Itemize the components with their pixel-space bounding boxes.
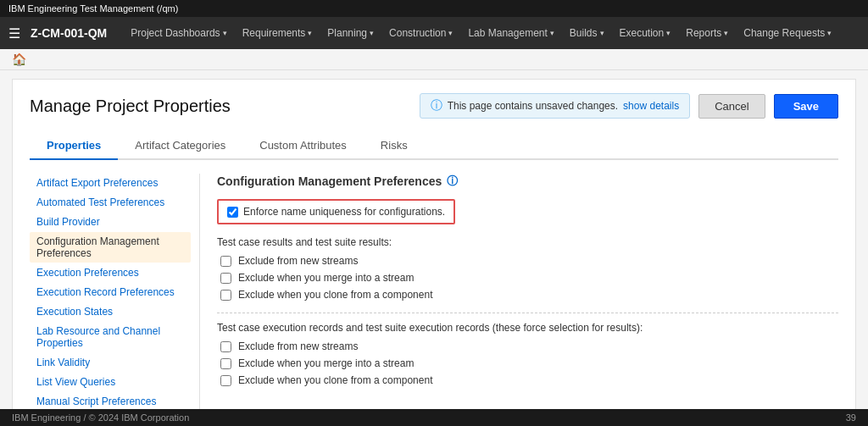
header-right: ⓘ This page contains unsaved changes. sh… [420, 93, 838, 119]
main-content: Manage Project Properties ⓘ This page co… [12, 79, 856, 426]
save-button[interactable]: Save [774, 94, 838, 119]
show-details-link[interactable]: show details [623, 100, 679, 112]
sidebar-nav: Artifact Export PreferencesAutomated Tes… [30, 174, 199, 426]
tabs: PropertiesArtifact CategoriesCustom Attr… [30, 132, 838, 160]
list-item: Exclude when you merge into a stream [217, 357, 838, 369]
section-title-text: Configuration Management Preferences [217, 174, 442, 188]
content-layout: Artifact Export PreferencesAutomated Tes… [30, 174, 838, 426]
checkbox-label-exec-0[interactable]: Exclude from new streams [238, 340, 358, 352]
chevron-down-icon: ▾ [370, 29, 374, 37]
sidebar-item-execution-record-preferences[interactable]: Execution Record Preferences [30, 283, 191, 302]
hamburger-icon[interactable]: ☰ [8, 25, 20, 41]
page-header: Manage Project Properties ⓘ This page co… [30, 93, 838, 119]
chevron-down-icon: ▾ [448, 29, 453, 37]
footer-right: 39 [846, 412, 856, 423]
checkbox-exec-0[interactable] [220, 341, 231, 352]
list-item: Exclude from new streams [217, 255, 838, 267]
sidebar-item-artifact-export-preferences[interactable]: Artifact Export Preferences [30, 174, 191, 192]
nav-menu-item[interactable]: Planning▾ [320, 24, 381, 42]
chevron-down-icon: ▾ [223, 29, 227, 37]
execution-records-section: Test case execution records and test sui… [217, 322, 838, 386]
tab-risks[interactable]: Risks [364, 132, 425, 160]
breadcrumb-icon: 🏠 [12, 53, 26, 66]
nav-menu-item[interactable]: Project Dashboards▾ [124, 24, 233, 42]
list-item: Exclude when you merge into a stream [217, 272, 838, 284]
enforce-checkbox-box: Enforce name uniqueness for configuratio… [217, 199, 455, 224]
test-case-results-label: Test case results and test suite results… [217, 236, 838, 248]
top-bar: IBM Engineering Test Management (/qm) [0, 0, 868, 17]
nav-menu: Project Dashboards▾Requirements▾Planning… [124, 24, 838, 42]
info-icon: ⓘ [431, 98, 442, 113]
chevron-down-icon: ▾ [308, 29, 312, 37]
chevron-down-icon: ▾ [600, 29, 604, 37]
nav-menu-item[interactable]: Reports▾ [679, 24, 735, 42]
sidebar-item-automated-test-preferences[interactable]: Automated Test Preferences [30, 193, 191, 212]
nav-menu-item[interactable]: Construction▾ [382, 24, 459, 42]
unsaved-message: This page contains unsaved changes. [448, 100, 618, 112]
main-panel: Configuration Management Preferences ⓘ E… [199, 174, 838, 426]
sidebar-item-lab-resource-and-channel-properties[interactable]: Lab Resource and Channel Properties [30, 322, 191, 352]
list-item: Exclude from new streams [217, 340, 838, 352]
unsaved-banner: ⓘ This page contains unsaved changes. sh… [420, 93, 691, 119]
execution-records-label: Test case execution records and test sui… [217, 322, 838, 334]
checkbox-tc-0[interactable] [220, 256, 231, 267]
checkbox-tc-1[interactable] [220, 273, 231, 284]
test-case-results-section: Test case results and test suite results… [217, 236, 838, 301]
nav-menu-item[interactable]: Requirements▾ [236, 24, 320, 42]
sidebar-item-list-view-queries[interactable]: List View Queries [30, 373, 191, 391]
page-footer: IBM Engineering / © 2024 IBM Corporation… [0, 409, 868, 426]
sidebar-item-execution-states[interactable]: Execution States [30, 302, 191, 321]
nav-menu-item[interactable]: Builds▾ [563, 24, 611, 42]
enforce-checkbox[interactable] [227, 207, 238, 218]
tab-artifact-categories[interactable]: Artifact Categories [118, 132, 242, 160]
checkbox-label-tc-1[interactable]: Exclude when you merge into a stream [238, 272, 414, 284]
nav-bar: ☰ Z-CM-001-QM Project Dashboards▾Require… [0, 17, 868, 49]
chevron-down-icon: ▾ [666, 29, 670, 37]
nav-menu-item[interactable]: Lab Management▾ [461, 24, 560, 42]
checkbox-exec-2[interactable] [220, 375, 231, 386]
checkbox-label-exec-1[interactable]: Exclude when you merge into a stream [238, 357, 414, 369]
section-title: Configuration Management Preferences ⓘ [217, 174, 838, 189]
checkbox-label-tc-0[interactable]: Exclude from new streams [238, 255, 358, 267]
tab-custom-attributes[interactable]: Custom Attributes [242, 132, 364, 160]
footer-left: IBM Engineering / © 2024 IBM Corporation [12, 412, 189, 423]
nav-menu-item[interactable]: Execution▾ [613, 24, 678, 42]
sidebar-item-configuration-management-preferences[interactable]: Configuration Management Preferences [30, 232, 191, 263]
tab-properties[interactable]: Properties [30, 132, 118, 160]
checkbox-label-exec-2[interactable]: Exclude when you clone from a component [238, 374, 432, 386]
divider [217, 313, 838, 313]
nav-menu-item[interactable]: Change Requests▾ [737, 24, 838, 42]
checkbox-label-tc-2[interactable]: Exclude when you clone from a component [238, 289, 432, 301]
sidebar-item-execution-preferences[interactable]: Execution Preferences [30, 263, 191, 282]
sidebar-item-link-validity[interactable]: Link Validity [30, 353, 191, 372]
checkbox-exec-1[interactable] [220, 358, 231, 369]
chevron-down-icon: ▾ [550, 29, 554, 37]
top-bar-title: IBM Engineering Test Management (/qm) [8, 3, 178, 14]
list-item: Exclude when you clone from a component [217, 289, 838, 301]
checkbox-tc-2[interactable] [220, 290, 231, 301]
project-name: Z-CM-001-QM [31, 26, 107, 40]
list-item: Exclude when you clone from a component [217, 374, 838, 386]
page-title: Manage Project Properties [30, 97, 231, 116]
enforce-checkbox-label[interactable]: Enforce name uniqueness for configuratio… [243, 206, 445, 218]
sidebar-item-manual-script-preferences[interactable]: Manual Script Preferences [30, 392, 191, 411]
chevron-down-icon: ▾ [827, 29, 832, 37]
cancel-button[interactable]: Cancel [698, 94, 765, 119]
sidebar-item-build-provider[interactable]: Build Provider [30, 213, 191, 231]
chevron-down-icon: ▾ [724, 29, 728, 37]
section-info-icon: ⓘ [447, 174, 458, 189]
breadcrumb: 🏠 [0, 49, 868, 70]
